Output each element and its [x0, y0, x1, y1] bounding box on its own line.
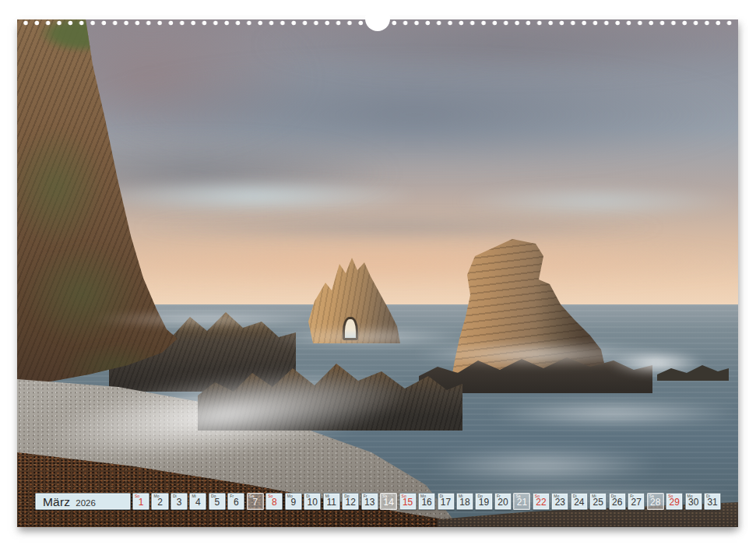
- day-number: 7: [253, 498, 258, 509]
- calendar-day-cell: Di17: [438, 493, 455, 510]
- month-label: März: [43, 494, 70, 510]
- day-number: 13: [364, 498, 374, 509]
- day-number: 16: [421, 498, 431, 509]
- year-label: 2026: [76, 495, 96, 512]
- weekday-label: So: [135, 494, 139, 498]
- calendar-day-cell: Di10: [304, 493, 321, 510]
- day-number: 10: [308, 498, 318, 509]
- day-number: 21: [517, 498, 527, 509]
- day-number: 31: [707, 498, 717, 509]
- calendar-day-cell: Di24: [571, 493, 588, 510]
- weekday-label: So: [535, 494, 540, 498]
- day-number: 25: [593, 498, 603, 509]
- calendar-page: März 2026 So1Mo2Di3Mi4Do5Fr6Sa7So8Mo9Di1…: [17, 19, 738, 527]
- calendar-day-cell: So1: [132, 493, 149, 510]
- day-number: 26: [612, 498, 622, 509]
- calendar-day-cell: Do19: [475, 493, 492, 510]
- calendar-day-cell: Mo23: [551, 493, 568, 510]
- weekday-label: Fr: [497, 494, 501, 498]
- weekday-label: Mo: [554, 494, 559, 498]
- calendar-day-cell: So15: [399, 493, 417, 510]
- day-number: 3: [177, 498, 182, 509]
- day-number: 12: [346, 498, 356, 509]
- weekday-label: Do: [344, 494, 349, 498]
- weekday-label: Mo: [420, 494, 426, 498]
- weekday-label: So: [402, 494, 406, 498]
- day-number: 9: [290, 498, 296, 509]
- surf-foam: [87, 312, 329, 326]
- month-box: März 2026: [35, 493, 131, 510]
- day-number: 11: [326, 498, 336, 509]
- weekday-label: Di: [440, 494, 444, 498]
- weekday-label: Mi: [325, 494, 329, 498]
- day-number: 18: [459, 498, 469, 509]
- weekday-label: Fr: [630, 494, 634, 498]
- cloud-highlight: [453, 185, 738, 218]
- weekday-label: Do: [611, 494, 616, 498]
- day-number: 28: [650, 498, 660, 509]
- calendar-day-cell: Mi18: [456, 493, 473, 510]
- weekday-label: Fr: [230, 494, 234, 498]
- weekday-label: Do: [477, 494, 482, 498]
- calendar-day-cell: Fr6: [227, 493, 244, 510]
- calendar-day-cell: Mi25: [589, 493, 607, 510]
- day-number: 23: [555, 498, 565, 509]
- weekday-label: Di: [573, 494, 577, 498]
- weekday-label: Mi: [592, 494, 596, 498]
- day-number: 29: [669, 498, 679, 509]
- day-strip: So1Mo2Di3Mi4Do5Fr6Sa7So8Mo9Di10Mi11Do12F…: [132, 493, 721, 510]
- weekday-label: Sa: [649, 494, 654, 498]
- calendar-day-cell: Sa14: [380, 493, 397, 510]
- weekday-label: Mo: [687, 494, 693, 498]
- cover-photo: [17, 19, 738, 527]
- calendar-day-cell: So8: [265, 493, 283, 510]
- calendar-day-cell: Fr13: [361, 493, 378, 510]
- calendar-day-cell: So29: [666, 493, 683, 510]
- date-strip: März 2026 So1Mo2Di3Mi4Do5Fr6Sa7So8Mo9Di1…: [17, 493, 738, 510]
- calendar-day-cell: Di3: [171, 493, 188, 510]
- weekday-label: Sa: [515, 494, 520, 498]
- weekday-label: So: [268, 494, 273, 498]
- calendar-day-cell: Fr20: [494, 493, 512, 510]
- day-number: 8: [272, 498, 277, 509]
- day-number: 27: [631, 498, 642, 509]
- surf-foam: [422, 449, 663, 482]
- calendar-day-cell: So22: [533, 493, 550, 510]
- day-number: 4: [195, 498, 201, 509]
- day-number: 22: [536, 498, 546, 509]
- calendar-day-cell: Mo16: [418, 493, 435, 510]
- calendar-day-cell: Sa7: [247, 493, 264, 510]
- weekday-label: So: [668, 494, 673, 498]
- calendar-day-cell: Sa28: [647, 493, 664, 510]
- day-number: 24: [574, 498, 584, 509]
- day-number: 1: [139, 498, 144, 509]
- calendar-day-cell: Do26: [609, 493, 626, 510]
- day-number: 20: [498, 498, 508, 509]
- weekday-label: Mi: [459, 494, 462, 498]
- calendar-day-cell: Mi4: [189, 493, 206, 510]
- surf-foam: [484, 401, 738, 426]
- cloud-highlight: [87, 178, 422, 215]
- weekday-label: Di: [706, 494, 710, 498]
- day-number: 19: [479, 498, 489, 509]
- day-number: 17: [441, 498, 451, 509]
- calendar-day-cell: Sa21: [513, 493, 530, 510]
- surf-foam: [265, 329, 471, 345]
- weekday-label: Sa: [249, 494, 254, 498]
- cloud-layer: [126, 216, 671, 239]
- weekday-label: Fr: [364, 494, 367, 498]
- weekday-label: Di: [306, 494, 310, 498]
- cliff-vegetation: [17, 127, 105, 248]
- weekday-label: Sa: [382, 494, 387, 498]
- calendar-day-cell: Do12: [342, 493, 359, 510]
- calendar-day-cell: Do5: [209, 493, 226, 510]
- calendar-day-cell: Mo30: [685, 493, 702, 510]
- calendar-day-cell: Mo9: [285, 493, 302, 510]
- day-number: 15: [403, 498, 413, 509]
- calendar-day-cell: Di31: [704, 493, 721, 510]
- calendar-product-image: März 2026 So1Mo2Di3Mi4Do5Fr6Sa7So8Mo9Di1…: [0, 0, 756, 545]
- weekday-label: Mo: [287, 494, 293, 498]
- day-number: 5: [215, 498, 220, 509]
- cliff-vegetation: [23, 244, 140, 345]
- weekday-label: Mi: [192, 494, 195, 498]
